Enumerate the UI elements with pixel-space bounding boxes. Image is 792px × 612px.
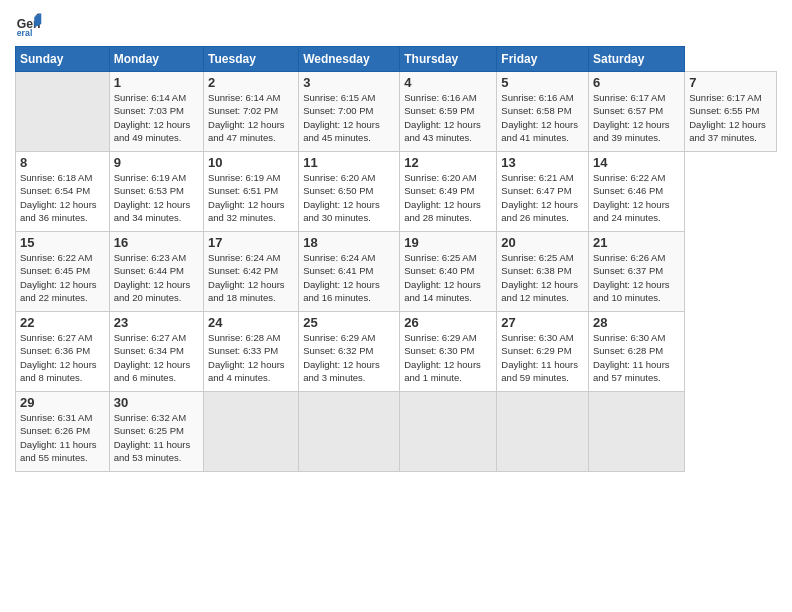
calendar-cell: 4 Sunrise: 6:16 AMSunset: 6:59 PMDayligh… — [400, 72, 497, 152]
day-detail: Sunrise: 6:22 AMSunset: 6:45 PMDaylight:… — [20, 252, 97, 303]
calendar-table: SundayMondayTuesdayWednesdayThursdayFrid… — [15, 46, 777, 472]
day-detail: Sunrise: 6:27 AMSunset: 6:34 PMDaylight:… — [114, 332, 191, 383]
day-detail: Sunrise: 6:19 AMSunset: 6:53 PMDaylight:… — [114, 172, 191, 223]
calendar-cell: 27 Sunrise: 6:30 AMSunset: 6:29 PMDaylig… — [497, 312, 589, 392]
svg-text:eral: eral — [17, 28, 33, 38]
calendar-cell: 2 Sunrise: 6:14 AMSunset: 7:02 PMDayligh… — [204, 72, 299, 152]
day-number: 23 — [114, 315, 199, 330]
calendar-cell: 18 Sunrise: 6:24 AMSunset: 6:41 PMDaylig… — [299, 232, 400, 312]
day-number: 21 — [593, 235, 680, 250]
calendar-cell: 17 Sunrise: 6:24 AMSunset: 6:42 PMDaylig… — [204, 232, 299, 312]
day-detail: Sunrise: 6:24 AMSunset: 6:42 PMDaylight:… — [208, 252, 285, 303]
day-number: 25 — [303, 315, 395, 330]
day-detail: Sunrise: 6:30 AMSunset: 6:28 PMDaylight:… — [593, 332, 670, 383]
day-number: 5 — [501, 75, 584, 90]
calendar-cell: 12 Sunrise: 6:20 AMSunset: 6:49 PMDaylig… — [400, 152, 497, 232]
day-number: 6 — [593, 75, 680, 90]
calendar-cell: 16 Sunrise: 6:23 AMSunset: 6:44 PMDaylig… — [109, 232, 203, 312]
day-detail: Sunrise: 6:29 AMSunset: 6:30 PMDaylight:… — [404, 332, 481, 383]
day-number: 14 — [593, 155, 680, 170]
calendar-cell: 11 Sunrise: 6:20 AMSunset: 6:50 PMDaylig… — [299, 152, 400, 232]
day-number: 10 — [208, 155, 294, 170]
calendar-cell: 21 Sunrise: 6:26 AMSunset: 6:37 PMDaylig… — [589, 232, 685, 312]
day-detail: Sunrise: 6:16 AMSunset: 6:58 PMDaylight:… — [501, 92, 578, 143]
logo-icon: Gen eral — [15, 10, 43, 38]
page-container: Gen eral SundayMondayTuesdayWednesdayThu… — [0, 0, 792, 482]
header-monday: Monday — [109, 47, 203, 72]
calendar-cell — [204, 392, 299, 472]
calendar-cell: 15 Sunrise: 6:22 AMSunset: 6:45 PMDaylig… — [16, 232, 110, 312]
day-number: 17 — [208, 235, 294, 250]
day-detail: Sunrise: 6:15 AMSunset: 7:00 PMDaylight:… — [303, 92, 380, 143]
day-number: 7 — [689, 75, 772, 90]
day-number: 15 — [20, 235, 105, 250]
day-detail: Sunrise: 6:17 AMSunset: 6:57 PMDaylight:… — [593, 92, 670, 143]
day-detail: Sunrise: 6:29 AMSunset: 6:32 PMDaylight:… — [303, 332, 380, 383]
day-detail: Sunrise: 6:26 AMSunset: 6:37 PMDaylight:… — [593, 252, 670, 303]
calendar-cell: 10 Sunrise: 6:19 AMSunset: 6:51 PMDaylig… — [204, 152, 299, 232]
day-detail: Sunrise: 6:20 AMSunset: 6:49 PMDaylight:… — [404, 172, 481, 223]
page-header: Gen eral — [15, 10, 777, 38]
day-number: 30 — [114, 395, 199, 410]
calendar-cell: 1 Sunrise: 6:14 AMSunset: 7:03 PMDayligh… — [109, 72, 203, 152]
day-detail: Sunrise: 6:31 AMSunset: 6:26 PMDaylight:… — [20, 412, 97, 463]
day-number: 26 — [404, 315, 492, 330]
header-saturday: Saturday — [589, 47, 685, 72]
logo: Gen eral — [15, 10, 47, 38]
day-number: 29 — [20, 395, 105, 410]
day-number: 3 — [303, 75, 395, 90]
week-row-3: 15 Sunrise: 6:22 AMSunset: 6:45 PMDaylig… — [16, 232, 777, 312]
calendar-cell: 22 Sunrise: 6:27 AMSunset: 6:36 PMDaylig… — [16, 312, 110, 392]
calendar-cell: 8 Sunrise: 6:18 AMSunset: 6:54 PMDayligh… — [16, 152, 110, 232]
day-number: 2 — [208, 75, 294, 90]
day-detail: Sunrise: 6:20 AMSunset: 6:50 PMDaylight:… — [303, 172, 380, 223]
header-sunday: Sunday — [16, 47, 110, 72]
calendar-cell: 5 Sunrise: 6:16 AMSunset: 6:58 PMDayligh… — [497, 72, 589, 152]
day-number: 11 — [303, 155, 395, 170]
day-detail: Sunrise: 6:32 AMSunset: 6:25 PMDaylight:… — [114, 412, 191, 463]
calendar-cell: 7 Sunrise: 6:17 AMSunset: 6:55 PMDayligh… — [685, 72, 777, 152]
day-detail: Sunrise: 6:24 AMSunset: 6:41 PMDaylight:… — [303, 252, 380, 303]
calendar-cell: 25 Sunrise: 6:29 AMSunset: 6:32 PMDaylig… — [299, 312, 400, 392]
calendar-cell: 14 Sunrise: 6:22 AMSunset: 6:46 PMDaylig… — [589, 152, 685, 232]
calendar-cell — [497, 392, 589, 472]
day-number: 24 — [208, 315, 294, 330]
day-number: 9 — [114, 155, 199, 170]
day-number: 27 — [501, 315, 584, 330]
day-detail: Sunrise: 6:17 AMSunset: 6:55 PMDaylight:… — [689, 92, 766, 143]
calendar-header-row: SundayMondayTuesdayWednesdayThursdayFrid… — [16, 47, 777, 72]
day-detail: Sunrise: 6:14 AMSunset: 7:02 PMDaylight:… — [208, 92, 285, 143]
day-detail: Sunrise: 6:25 AMSunset: 6:38 PMDaylight:… — [501, 252, 578, 303]
calendar-cell — [299, 392, 400, 472]
day-detail: Sunrise: 6:21 AMSunset: 6:47 PMDaylight:… — [501, 172, 578, 223]
week-row-4: 22 Sunrise: 6:27 AMSunset: 6:36 PMDaylig… — [16, 312, 777, 392]
calendar-cell: 26 Sunrise: 6:29 AMSunset: 6:30 PMDaylig… — [400, 312, 497, 392]
calendar-cell: 19 Sunrise: 6:25 AMSunset: 6:40 PMDaylig… — [400, 232, 497, 312]
day-detail: Sunrise: 6:19 AMSunset: 6:51 PMDaylight:… — [208, 172, 285, 223]
day-number: 28 — [593, 315, 680, 330]
week-row-2: 8 Sunrise: 6:18 AMSunset: 6:54 PMDayligh… — [16, 152, 777, 232]
day-number: 4 — [404, 75, 492, 90]
day-number: 19 — [404, 235, 492, 250]
calendar-cell: 6 Sunrise: 6:17 AMSunset: 6:57 PMDayligh… — [589, 72, 685, 152]
day-number: 22 — [20, 315, 105, 330]
calendar-cell — [400, 392, 497, 472]
calendar-cell — [16, 72, 110, 152]
header-wednesday: Wednesday — [299, 47, 400, 72]
header-thursday: Thursday — [400, 47, 497, 72]
day-detail: Sunrise: 6:16 AMSunset: 6:59 PMDaylight:… — [404, 92, 481, 143]
calendar-cell: 24 Sunrise: 6:28 AMSunset: 6:33 PMDaylig… — [204, 312, 299, 392]
day-number: 16 — [114, 235, 199, 250]
calendar-cell: 3 Sunrise: 6:15 AMSunset: 7:00 PMDayligh… — [299, 72, 400, 152]
calendar-cell: 29 Sunrise: 6:31 AMSunset: 6:26 PMDaylig… — [16, 392, 110, 472]
calendar-cell: 28 Sunrise: 6:30 AMSunset: 6:28 PMDaylig… — [589, 312, 685, 392]
calendar-cell: 9 Sunrise: 6:19 AMSunset: 6:53 PMDayligh… — [109, 152, 203, 232]
day-detail: Sunrise: 6:27 AMSunset: 6:36 PMDaylight:… — [20, 332, 97, 383]
calendar-cell: 23 Sunrise: 6:27 AMSunset: 6:34 PMDaylig… — [109, 312, 203, 392]
day-detail: Sunrise: 6:23 AMSunset: 6:44 PMDaylight:… — [114, 252, 191, 303]
day-detail: Sunrise: 6:28 AMSunset: 6:33 PMDaylight:… — [208, 332, 285, 383]
header-tuesday: Tuesday — [204, 47, 299, 72]
day-number: 13 — [501, 155, 584, 170]
calendar-cell: 20 Sunrise: 6:25 AMSunset: 6:38 PMDaylig… — [497, 232, 589, 312]
day-detail: Sunrise: 6:30 AMSunset: 6:29 PMDaylight:… — [501, 332, 578, 383]
